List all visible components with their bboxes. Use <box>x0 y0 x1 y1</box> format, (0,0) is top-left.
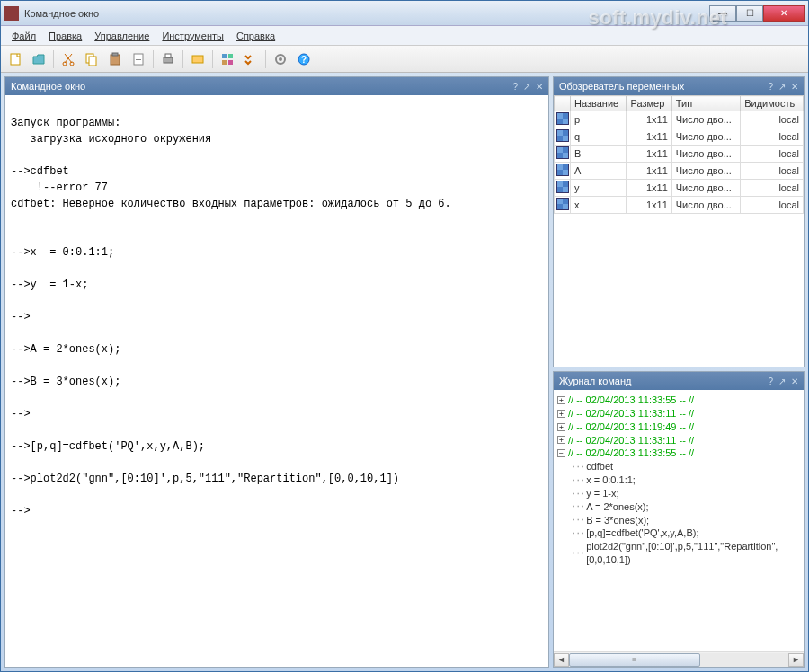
module-icon[interactable] <box>187 49 209 70</box>
table-row[interactable]: y1x11Число дво...local <box>555 180 804 197</box>
minimize-button[interactable]: — <box>709 5 736 22</box>
var-name: B <box>571 146 627 163</box>
copy-icon[interactable] <box>81 49 102 70</box>
history-command[interactable]: ⋅⋅⋅cdfbet <box>557 460 800 473</box>
panel-undock-icon[interactable]: ↗ <box>523 82 530 92</box>
menu-tools[interactable]: Инструменты <box>156 29 229 43</box>
scroll-track[interactable]: ≡ <box>569 653 788 667</box>
console-panel: Командное окно ? ↗ ✕ Запуск программы: з… <box>4 76 549 668</box>
app-icon <box>4 6 19 21</box>
new-file-icon[interactable] <box>4 49 26 70</box>
history-timestamp[interactable]: +// -- 02/04/2013 11:33:11 -- // <box>557 434 800 447</box>
history-timestamp[interactable]: +// -- 02/04/2013 11:33:11 -- // <box>557 407 800 420</box>
panel-undock-icon[interactable]: ↗ <box>778 82 786 92</box>
matrix-icon <box>555 197 571 214</box>
menu-edit[interactable]: Правка <box>43 29 87 43</box>
menu-control[interactable]: Управление <box>89 29 155 43</box>
scroll-left-icon[interactable]: ◄ <box>554 653 569 667</box>
history-timestamp[interactable]: +// -- 02/04/2013 11:33:55 -- // <box>557 393 800 407</box>
separator-icon <box>182 50 183 68</box>
history-command[interactable]: ⋅⋅⋅plot2d2("gnn",[0:10]',p,5,"111","Repa… <box>557 540 800 567</box>
main-area: Командное окно ? ↗ ✕ Запуск программы: з… <box>1 73 808 671</box>
vars-col-icon[interactable] <box>555 96 571 111</box>
var-visibility: local <box>741 146 804 163</box>
expand-icon[interactable]: + <box>557 396 565 404</box>
panel-help-icon[interactable]: ? <box>768 376 773 386</box>
scroll-thumb[interactable]: ≡ <box>569 653 700 667</box>
panel-close-icon[interactable]: ✕ <box>791 82 798 92</box>
console-output[interactable]: Запуск программы: загрузка исходного окр… <box>5 95 548 667</box>
gear-icon[interactable] <box>270 49 291 70</box>
history-timestamp[interactable]: +// -- 02/04/2013 11:19:49 -- // <box>557 420 800 434</box>
prefs-icon[interactable] <box>240 49 262 70</box>
scroll-right-icon[interactable]: ► <box>788 653 804 667</box>
panel-close-icon[interactable]: ✕ <box>791 376 798 386</box>
panel-help-icon[interactable]: ? <box>512 82 518 92</box>
var-visibility: local <box>741 111 804 128</box>
paste-icon[interactable] <box>104 49 126 70</box>
var-type: Число дво... <box>671 163 740 180</box>
matrix-icon <box>555 180 571 197</box>
separator-icon <box>53 50 54 68</box>
vars-col-type[interactable]: Тип <box>671 96 740 111</box>
matrix-icon <box>555 146 571 163</box>
variables-table-wrap[interactable]: Название Размер Тип Видимость p1x11Число… <box>554 95 804 367</box>
menu-file[interactable]: Файл <box>6 29 41 43</box>
variables-panel-header[interactable]: Обозреватель переменных ? ↗ ✕ <box>554 77 804 95</box>
table-row[interactable]: A1x11Число дво...local <box>555 163 804 180</box>
apps-icon[interactable] <box>217 49 238 70</box>
svg-rect-5 <box>111 55 120 65</box>
titlebar[interactable]: Командное окно — ☐ ✕ <box>1 1 808 26</box>
collapse-icon[interactable]: − <box>557 449 565 457</box>
cursor-icon <box>31 506 31 517</box>
history-command[interactable]: ⋅⋅⋅y = 1-x; <box>557 487 800 500</box>
clipboard-icon[interactable] <box>128 49 149 70</box>
menu-help[interactable]: Справка <box>231 29 280 43</box>
open-icon[interactable] <box>28 49 49 70</box>
panel-close-icon[interactable]: ✕ <box>536 82 543 92</box>
console-panel-header[interactable]: Командное окно ? ↗ ✕ <box>5 77 548 95</box>
matrix-icon <box>555 111 571 128</box>
svg-rect-16 <box>228 60 233 65</box>
print-icon[interactable] <box>157 49 179 70</box>
expand-icon[interactable]: + <box>557 410 565 418</box>
var-name: y <box>571 180 627 197</box>
window-title: Командное окно <box>24 8 709 19</box>
separator-icon <box>153 50 154 68</box>
history-command[interactable]: ⋅⋅⋅A = 2*ones(x); <box>557 500 800 514</box>
var-size: 1x11 <box>627 128 671 146</box>
var-size: 1x11 <box>627 197 671 214</box>
var-size: 1x11 <box>627 180 671 197</box>
history-panel: Журнал команд ? ↗ ✕ +// -- 02/04/2013 11… <box>553 371 805 668</box>
vars-col-size[interactable]: Размер <box>627 96 671 111</box>
history-timestamp[interactable]: −// -- 02/04/2013 11:33:55 -- // <box>557 447 800 460</box>
table-row[interactable]: q1x11Число дво...local <box>555 128 804 146</box>
svg-rect-10 <box>164 57 173 63</box>
maximize-button[interactable]: ☐ <box>736 5 763 22</box>
svg-rect-12 <box>192 56 203 63</box>
help-icon[interactable]: ? <box>293 49 315 70</box>
expand-icon[interactable]: + <box>557 423 565 431</box>
variables-panel-title: Обозреватель переменных <box>559 81 762 92</box>
panel-help-icon[interactable]: ? <box>768 82 773 92</box>
history-command[interactable]: ⋅⋅⋅[p,q]=cdfbet('PQ',x,y,A,B); <box>557 526 800 540</box>
tree-branch-icon: ⋅⋅⋅ <box>557 500 584 513</box>
table-row[interactable]: x1x11Число дво...local <box>555 197 804 214</box>
history-command[interactable]: ⋅⋅⋅B = 3*ones(x); <box>557 514 800 527</box>
vars-col-name[interactable]: Название <box>571 96 627 111</box>
cut-icon[interactable] <box>58 49 79 70</box>
var-size: 1x11 <box>627 146 671 163</box>
history-tree[interactable]: +// -- 02/04/2013 11:33:55 -- //+// -- 0… <box>554 390 804 651</box>
table-row[interactable]: p1x11Число дво...local <box>555 111 804 128</box>
vars-col-visibility[interactable]: Видимость <box>741 96 804 111</box>
horizontal-scrollbar[interactable]: ◄ ≡ ► <box>554 651 804 667</box>
tree-branch-icon: ⋅⋅⋅ <box>557 514 584 526</box>
expand-icon[interactable]: + <box>557 436 565 444</box>
matrix-icon <box>555 128 571 146</box>
tree-branch-icon: ⋅⋅⋅ <box>557 527 584 540</box>
history-panel-header[interactable]: Журнал команд ? ↗ ✕ <box>554 372 804 390</box>
history-command[interactable]: ⋅⋅⋅x = 0:0.1:1; <box>557 473 800 487</box>
table-row[interactable]: B1x11Число дво...local <box>555 146 804 163</box>
panel-undock-icon[interactable]: ↗ <box>778 376 786 386</box>
close-button[interactable]: ✕ <box>763 5 805 22</box>
